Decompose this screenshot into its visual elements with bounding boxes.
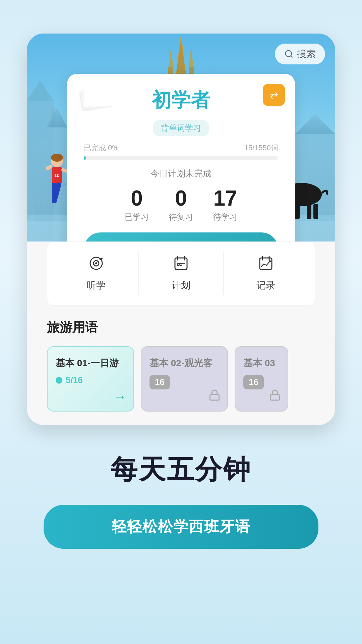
search-label: 搜索 xyxy=(297,48,316,60)
svg-rect-51 xyxy=(84,87,117,106)
phone-frame: 10 xyxy=(27,34,335,425)
svg-point-64 xyxy=(180,264,182,266)
nav-listen[interactable]: 听学 xyxy=(54,252,139,295)
progress-bar-fill xyxy=(84,156,86,160)
stats-row: 0 已学习 0 待复习 17 待学习 xyxy=(84,187,278,222)
lesson-2-count: 16 xyxy=(149,375,170,389)
svg-rect-65 xyxy=(260,258,272,269)
record-label: 记录 xyxy=(256,279,275,292)
lesson-1-title: 基本 01-一日游 xyxy=(56,357,125,370)
bottom-section: 听学 计划 xyxy=(27,241,335,425)
vocab-badge: 背单词学习 xyxy=(153,120,209,136)
stat-learned-number: 0 xyxy=(125,187,149,209)
listen-label: 听学 xyxy=(87,279,106,292)
lesson-1-arrow[interactable]: → xyxy=(113,389,127,404)
svg-rect-70 xyxy=(270,395,280,400)
lesson-1-count: 5/16 xyxy=(66,375,83,385)
stat-learned: 0 已学习 xyxy=(125,187,149,222)
lesson-1-progress: 5/16 xyxy=(56,375,125,385)
record-icon xyxy=(258,255,274,275)
book-decoration xyxy=(77,84,117,111)
stat-learned-label: 已学习 xyxy=(125,212,149,222)
lock-icon-2 xyxy=(208,389,221,404)
plan-icon xyxy=(173,255,189,275)
plan-status: 今日计划未完成 xyxy=(84,168,278,179)
svg-rect-45 xyxy=(307,204,311,219)
stat-pending-label: 待学习 xyxy=(213,212,237,222)
nav-record[interactable]: 记录 xyxy=(224,252,308,295)
lesson-card-2[interactable]: 基本 02-观光客 16 xyxy=(141,346,228,412)
main-slogan: 每天五分钟 xyxy=(44,452,318,488)
lock-icon-3 xyxy=(269,389,281,404)
learner-card: ⇄ 初学者 背单词学习 已完成 0% 15/1550词 今日计划未完成 xyxy=(67,74,295,241)
plan-label: 计划 xyxy=(172,279,190,292)
svg-rect-69 xyxy=(210,395,219,400)
svg-rect-46 xyxy=(313,204,318,219)
lesson-3-title: 基本 03 xyxy=(243,357,280,370)
search-button[interactable]: 搜索 xyxy=(275,44,325,64)
svg-point-56 xyxy=(101,258,103,260)
exchange-button[interactable]: ⇄ xyxy=(263,84,285,106)
progress-completed-label: 已完成 0% xyxy=(84,143,119,153)
lesson-card-3[interactable]: 基本 03 16 xyxy=(235,346,288,412)
continue-button[interactable]: 继续学习 xyxy=(84,232,278,241)
progress-dot xyxy=(56,377,62,384)
svg-text:10: 10 xyxy=(54,173,60,178)
svg-point-48 xyxy=(286,51,292,57)
lesson-card-1[interactable]: 基本 01-一日游 5/16 → xyxy=(47,346,134,412)
stat-pending-number: 17 xyxy=(213,187,237,209)
svg-point-68 xyxy=(269,260,271,262)
svg-point-54 xyxy=(95,262,97,264)
listen-icon xyxy=(88,255,104,275)
nav-icons-row: 听学 计划 xyxy=(47,241,315,306)
progress-total-label: 15/1550词 xyxy=(244,143,278,153)
progress-bar-background xyxy=(84,156,278,160)
stat-review: 0 待复习 xyxy=(169,187,193,222)
cta-button[interactable]: 轻轻松松学西班牙语 xyxy=(44,505,318,549)
exchange-icon: ⇄ xyxy=(270,89,278,101)
lesson-2-title: 基本 02-观光客 xyxy=(149,357,219,370)
progress-area: 已完成 0% 15/1550词 xyxy=(84,143,278,160)
stat-review-label: 待复习 xyxy=(169,212,193,222)
svg-rect-16 xyxy=(52,107,55,127)
section-title: 旅游用语 xyxy=(47,319,315,336)
lesson-3-count: 16 xyxy=(243,375,264,389)
svg-point-63 xyxy=(177,264,179,266)
hero-area: 10 xyxy=(27,34,335,241)
svg-point-40 xyxy=(51,154,63,162)
lessons-scroll: 基本 01-一日游 5/16 → 基本 02-观光客 16 xyxy=(47,346,315,412)
bottom-text-area: 每天五分钟 轻轻松松学西班牙语 xyxy=(17,425,345,582)
svg-rect-44 xyxy=(295,204,300,219)
stat-review-number: 0 xyxy=(169,187,193,209)
stat-pending: 17 待学习 xyxy=(213,187,237,222)
nav-plan[interactable]: 计划 xyxy=(139,252,224,295)
